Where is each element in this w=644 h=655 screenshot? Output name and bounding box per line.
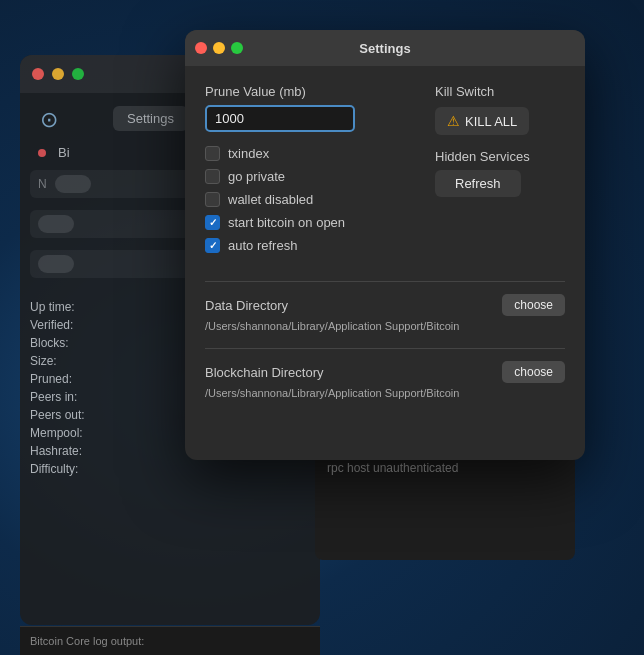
blockchain-dir-label: Blockchain Directory <box>205 365 324 380</box>
toggle-knob-1[interactable] <box>55 175 91 193</box>
blockchain-dir-choose-button[interactable]: choose <box>502 361 565 383</box>
data-dir-choose-button[interactable]: choose <box>502 294 565 316</box>
checkbox-row-go-private: go private <box>205 169 425 184</box>
log-bar: Bitcoin Core log output: <box>20 626 320 655</box>
rpc-auth-value: rpc host unauthenticated <box>327 461 563 475</box>
data-dir-label: Data Directory <box>205 298 288 313</box>
status-dot <box>38 149 46 157</box>
toggle-knob-3[interactable] <box>38 255 74 273</box>
checkbox-row-wallet-disabled: wallet disabled <box>205 192 425 207</box>
checkbox-row-auto-refresh: auto refresh <box>205 238 425 253</box>
checkbox-label-start-bitcoin: start bitcoin on open <box>228 215 345 230</box>
checkbox-label-txindex: txindex <box>228 146 269 161</box>
data-dir-section: Data Directory choose /Users/shannona/Li… <box>205 294 565 332</box>
dialog-body: Prune Value (mb) txindex go private <box>185 66 585 429</box>
checkbox-txindex[interactable] <box>205 146 220 161</box>
maximize-icon[interactable] <box>72 68 84 80</box>
checkbox-label-wallet-disabled: wallet disabled <box>228 192 313 207</box>
dialog-traffic-lights <box>195 42 243 54</box>
dialog-left: Prune Value (mb) txindex go private <box>205 84 425 261</box>
checkbox-label-auto-refresh: auto refresh <box>228 238 297 253</box>
separator-2 <box>205 348 565 349</box>
blockchain-dir-path: /Users/shannona/Library/Application Supp… <box>205 387 565 399</box>
checkbox-row-start-bitcoin: start bitcoin on open <box>205 215 425 230</box>
dialog-minimize-icon[interactable] <box>213 42 225 54</box>
settings-tab-button[interactable]: Settings <box>113 106 188 131</box>
n-label: N <box>38 177 47 191</box>
checkboxes-group: txindex go private wallet disabled <box>205 146 425 253</box>
blockchain-dir-section: Blockchain Directory choose /Users/shann… <box>205 361 565 399</box>
kill-all-button[interactable]: ⚠ KILL ALL <box>435 107 529 135</box>
checkbox-wallet-disabled[interactable] <box>205 192 220 207</box>
checkbox-row-txindex: txindex <box>205 146 425 161</box>
kill-switch-label: Kill Switch <box>435 84 494 99</box>
stat-difficulty: Difficulty: <box>30 460 310 478</box>
log-label: Bitcoin Core log output: <box>30 635 144 647</box>
dialog-title: Settings <box>359 41 410 56</box>
prune-value-input[interactable] <box>205 105 355 132</box>
refresh-button[interactable]: Refresh <box>435 170 521 197</box>
minimize-icon[interactable] <box>52 68 64 80</box>
settings-dialog: Settings Prune Value (mb) txindex go pr <box>185 30 585 460</box>
dialog-right: Kill Switch ⚠ KILL ALL Hidden Services R… <box>425 84 565 261</box>
kill-all-label: KILL ALL <box>465 114 517 129</box>
dialog-maximize-icon[interactable] <box>231 42 243 54</box>
warning-icon: ⚠ <box>447 113 460 129</box>
prune-value-label: Prune Value (mb) <box>205 84 425 99</box>
hidden-services-label: Hidden Services <box>435 149 530 164</box>
dialog-titlebar: Settings <box>185 30 585 66</box>
blockchain-dir-header: Blockchain Directory choose <box>205 361 565 383</box>
data-dir-header: Data Directory choose <box>205 294 565 316</box>
checkbox-start-bitcoin[interactable] <box>205 215 220 230</box>
close-icon[interactable] <box>32 68 44 80</box>
data-dir-path: /Users/shannona/Library/Application Supp… <box>205 320 565 332</box>
toggle-knob-2[interactable] <box>38 215 74 233</box>
checkbox-go-private[interactable] <box>205 169 220 184</box>
separator-1 <box>205 281 565 282</box>
checkbox-auto-refresh[interactable] <box>205 238 220 253</box>
bi-label: Bi <box>58 145 70 160</box>
checkbox-label-go-private: go private <box>228 169 285 184</box>
node-icon: ⊙ <box>40 107 58 133</box>
dialog-columns: Prune Value (mb) txindex go private <box>205 84 565 261</box>
dialog-close-icon[interactable] <box>195 42 207 54</box>
